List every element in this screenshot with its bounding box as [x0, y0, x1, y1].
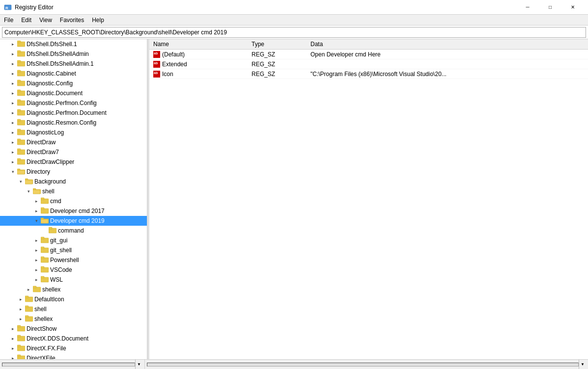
- expand-icon[interactable]: ▾: [9, 168, 17, 176]
- expand-icon[interactable]: ▸: [9, 344, 17, 352]
- svg-rect-71: [17, 355, 21, 357]
- expand-icon[interactable]: ▸: [25, 286, 32, 293]
- menu-view[interactable]: View: [35, 16, 56, 25]
- expand-icon[interactable]: ▸: [9, 50, 17, 58]
- tree-item[interactable]: ▸ WSL: [0, 275, 147, 285]
- expand-icon[interactable]: ▾: [32, 217, 40, 225]
- tree-item[interactable]: ▸ DirectShow: [0, 324, 147, 334]
- table-row[interactable]: Extended REG_SZ: [149, 59, 588, 69]
- expand-icon[interactable]: ▸: [32, 266, 40, 274]
- folder-icon: [17, 119, 25, 127]
- expand-icon[interactable]: ▸: [17, 315, 25, 323]
- tree-item[interactable]: ▸ DfsShell.DfsShellAdmin: [0, 49, 147, 59]
- reg-data: Open Developer cmd Here: [307, 50, 588, 59]
- expand-icon[interactable]: ▾: [25, 187, 32, 195]
- svg-rect-15: [17, 100, 21, 102]
- table-row[interactable]: Icon REG_SZ "C:\Program Files (x86)\Micr…: [149, 69, 588, 79]
- tree-item[interactable]: ▸ DirectDraw: [0, 137, 147, 147]
- expand-icon[interactable]: ▸: [9, 99, 17, 107]
- expand-icon[interactable]: ▸: [9, 325, 17, 333]
- menu-file[interactable]: File: [0, 16, 17, 25]
- expand-icon[interactable]: ▸: [9, 40, 17, 48]
- tree-item[interactable]: ▸ DfsShell.DfsShell.1: [0, 39, 147, 49]
- svg-rect-59: [25, 296, 28, 298]
- tree-item[interactable]: ▸ Diagnostic.Config: [0, 79, 147, 88]
- folder-icon: [41, 197, 49, 205]
- expand-icon[interactable]: ▸: [32, 256, 40, 264]
- tree-item[interactable]: ▸ DirectDraw7: [0, 147, 147, 157]
- tree-item[interactable]: ▸ Diagnostic.Cabinet: [0, 69, 147, 79]
- expand-icon[interactable]: ▸: [9, 335, 17, 343]
- expand-icon[interactable]: ▸: [32, 246, 40, 254]
- maximize-button[interactable]: □: [539, 0, 561, 15]
- expand-icon[interactable]: ▸: [9, 129, 17, 136]
- menu-help[interactable]: Help: [88, 16, 108, 25]
- tree-item[interactable]: ▸ git_shell: [0, 245, 147, 255]
- tree-item[interactable]: ▸ Diagnostic.Document: [0, 88, 147, 98]
- tree-item[interactable]: ▸ cmd: [0, 196, 147, 206]
- expand-icon[interactable]: ▸: [9, 354, 17, 359]
- tree-item[interactable]: ▾ shell: [0, 186, 147, 196]
- folder-icon: [17, 158, 25, 166]
- tree-item[interactable]: ▸ DiagnosticLog: [0, 128, 147, 137]
- expand-icon[interactable]: ▸: [9, 109, 17, 117]
- tree-item[interactable]: ▸ DirectX.DDS.Document: [0, 334, 147, 343]
- tree-item[interactable]: ▸ DirectDrawClipper: [0, 157, 147, 167]
- svg-rect-19: [17, 119, 21, 121]
- folder-icon: [41, 276, 49, 284]
- tree-item[interactable]: ▸ Powershell: [0, 255, 147, 265]
- tree-item-label: shellex: [42, 286, 60, 293]
- svg-rect-36: [33, 190, 40, 194]
- minimize-button[interactable]: ─: [516, 0, 539, 15]
- reg-data: [307, 59, 588, 69]
- expand-icon[interactable]: ▸: [9, 119, 17, 127]
- expand-icon[interactable]: ▾: [17, 178, 25, 185]
- tree-item[interactable]: ▸ shellex: [0, 285, 147, 294]
- tree-pane[interactable]: ▸ DfsShell.DfsShell.1 ▸ DfsShell.DfsShel…: [0, 39, 147, 359]
- detail-pane[interactable]: Name Type Data (Default) REG_SZ Open Dev…: [149, 39, 588, 359]
- tree-item[interactable]: ▸ command: [0, 226, 147, 236]
- table-row[interactable]: (Default) REG_SZ Open Developer cmd Here: [149, 50, 588, 59]
- expand-icon[interactable]: ▸: [32, 197, 40, 205]
- expand-icon[interactable]: ▸: [9, 138, 17, 146]
- tree-item[interactable]: ▾ Directory: [0, 167, 147, 177]
- address-input[interactable]: [2, 27, 586, 38]
- svg-text:R: R: [5, 6, 8, 10]
- tree-item[interactable]: ▸ DirectX.FX.File: [0, 343, 147, 353]
- expand-icon[interactable]: ▸: [9, 79, 17, 87]
- tree-item[interactable]: ▾ Background: [0, 177, 147, 186]
- expand-icon[interactable]: ▸: [9, 89, 17, 97]
- expand-icon[interactable]: ▸: [17, 295, 25, 303]
- menu-edit[interactable]: Edit: [17, 16, 35, 25]
- tree-item[interactable]: ▸ DfsShell.DfsShellAdmin.1: [0, 59, 147, 69]
- tree-item[interactable]: ▾ Developer cmd 2019: [0, 216, 147, 226]
- tree-item[interactable]: ▸ VSCode: [0, 265, 147, 275]
- menu-favorites[interactable]: Favorites: [56, 16, 88, 25]
- expand-icon[interactable]: ▸: [17, 305, 25, 313]
- close-button[interactable]: ✕: [561, 0, 584, 15]
- folder-icon: [17, 138, 25, 146]
- tree-item[interactable]: ▸ Diagnostic.Resmon.Config: [0, 118, 147, 128]
- tree-item[interactable]: ▸ DefaultIcon: [0, 294, 147, 304]
- expand-icon[interactable]: ▸: [9, 70, 17, 78]
- tree-item[interactable]: ▸ Developer cmd 2017: [0, 206, 147, 216]
- reg-sz-icon: [153, 51, 160, 58]
- tree-item[interactable]: ▸ DirectXFile: [0, 353, 147, 359]
- expand-icon[interactable]: ▸: [9, 60, 17, 68]
- tree-item-label: Developer cmd 2017: [50, 208, 105, 214]
- expand-icon[interactable]: ▸: [9, 148, 17, 156]
- tree-item[interactable]: ▸ Diagnostic.Perfmon.Config: [0, 98, 147, 108]
- svg-rect-13: [17, 90, 21, 92]
- expand-icon[interactable]: ▸: [32, 237, 40, 244]
- tree-item[interactable]: ▸ git_gui: [0, 236, 147, 245]
- folder-icon: [41, 256, 49, 264]
- tree-item[interactable]: ▸ Diagnostic.Perfmon.Document: [0, 108, 147, 118]
- app-icon: R: [4, 3, 12, 11]
- expand-icon[interactable]: ▸: [32, 276, 40, 284]
- tree-item[interactable]: ▸ shellex: [0, 314, 147, 324]
- svg-rect-7: [17, 60, 21, 62]
- expand-icon[interactable]: ▸: [9, 158, 17, 166]
- expand-icon[interactable]: ▸: [32, 207, 40, 215]
- tree-item[interactable]: ▸ shell: [0, 304, 147, 314]
- col-data: Data: [307, 39, 588, 50]
